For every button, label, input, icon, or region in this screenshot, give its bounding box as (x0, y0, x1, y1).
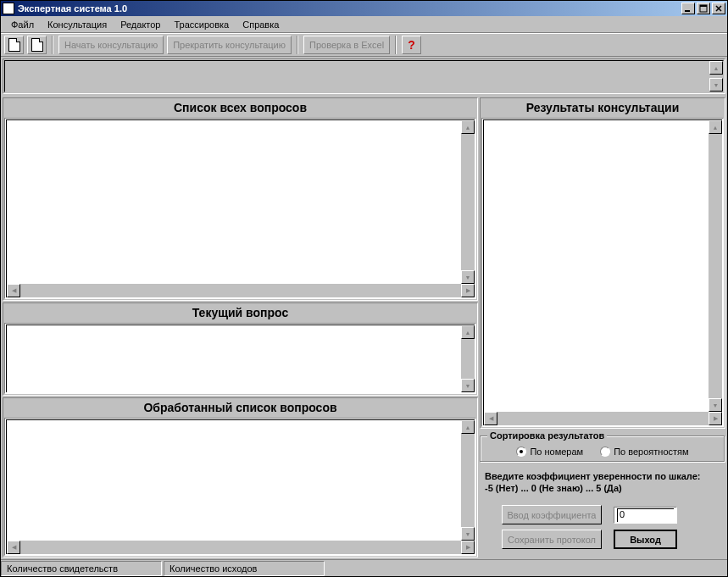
scroll-left-icon[interactable]: ◀ (484, 412, 497, 425)
radio-by-prob[interactable]: По вероятностям (600, 447, 688, 457)
panel-header-current-question: Текущий вопрос (4, 304, 476, 323)
save-protocol-button[interactable]: Сохранить протокол (502, 530, 602, 549)
scrollbar-horizontal[interactable]: ◀ ▶ (7, 541, 475, 554)
scroll-up-icon[interactable]: ▲ (709, 61, 723, 75)
coef-prompt-line2: -5 (Нет) ... 0 (Не знаю) ... 5 (Да) (485, 483, 720, 493)
toolbar-separator (297, 36, 298, 54)
scroll-right-icon[interactable]: ▶ (709, 412, 722, 425)
scroll-up-icon[interactable]: ▲ (709, 120, 722, 134)
menu-file[interactable]: Файл (6, 18, 39, 31)
minimize-button[interactable] (681, 3, 695, 14)
scroll-down-icon[interactable]: ▼ (461, 527, 475, 541)
close-button[interactable] (712, 3, 725, 14)
svg-rect-2 (700, 5, 707, 7)
menu-consult[interactable]: Консультация (42, 18, 112, 31)
statusbar: Количество свидетельств Количество исход… (1, 559, 727, 576)
scroll-down-icon[interactable]: ▼ (709, 398, 722, 412)
sort-groupbox: Сортировка результатов По номерам По вер… (480, 436, 725, 463)
radio-by-number[interactable]: По номерам (516, 447, 583, 457)
document-icon (8, 38, 20, 52)
scrollbar-horizontal[interactable]: ◀ ▶ (7, 284, 475, 297)
all-questions-list[interactable]: ▲ ▼ ◀ ▶ (4, 118, 476, 299)
sort-legend: Сортировка результатов (487, 430, 607, 441)
panel-results: Результаты консультации ▲ ▼ ◀ ▶ (480, 97, 725, 429)
panel-header-results: Результаты консультации (481, 99, 724, 118)
coef-input[interactable]: 0 (614, 507, 677, 524)
scrollbar-vertical[interactable]: ▲ ▼ (709, 61, 723, 92)
left-column: Список всех вопросов ▲ ▼ ◀ ▶ (3, 97, 478, 558)
scroll-up-icon[interactable]: ▲ (461, 420, 475, 434)
scroll-right-icon[interactable]: ▶ (461, 541, 475, 554)
current-question-box[interactable]: ▲ ▼ (4, 323, 476, 394)
menu-trace[interactable]: Трассировка (169, 18, 235, 31)
radio-by-prob-label: По вероятностям (614, 447, 688, 457)
panel-all-questions: Список всех вопросов ▲ ▼ ◀ ▶ (3, 97, 478, 301)
documents-icon (31, 38, 43, 52)
scroll-up-icon[interactable]: ▲ (461, 120, 475, 134)
maximize-button[interactable] (697, 3, 710, 14)
coef-section: Введите коэффициент уверенности по шкале… (480, 464, 725, 558)
toolbar-separator (395, 36, 397, 54)
status-evidence: Количество свидетельств (1, 561, 162, 576)
radio-by-number-label: По номерам (530, 447, 583, 457)
open-doc-button[interactable] (27, 36, 47, 54)
scrollbar-vertical[interactable]: ▲ ▼ (461, 420, 475, 541)
panel-processed-questions: Обработанный список вопросов ▲ ▼ ◀ ▶ (3, 397, 478, 558)
help-icon: ? (408, 38, 415, 52)
scrollbar-vertical[interactable]: ▲ ▼ (461, 120, 475, 284)
toolbar: Начать консультацию Прекратить консульта… (1, 33, 727, 57)
main-content: Список всех вопросов ▲ ▼ ◀ ▶ (1, 96, 727, 559)
panel-header-processed-questions: Обработанный список вопросов (4, 399, 476, 418)
menubar: Файл Консультация Редактор Трассировка С… (1, 16, 727, 33)
scroll-left-icon[interactable]: ◀ (7, 541, 20, 554)
panel-header-all-questions: Список всех вопросов (4, 99, 476, 118)
scroll-down-icon[interactable]: ▼ (461, 270, 475, 284)
results-list[interactable]: ▲ ▼ ◀ ▶ (481, 118, 724, 427)
scrollbar-horizontal[interactable]: ◀ ▶ (484, 412, 722, 425)
scroll-up-icon[interactable]: ▲ (461, 325, 475, 339)
radio-icon (516, 447, 526, 457)
toolbar-separator (52, 36, 53, 54)
menu-help[interactable]: Справка (237, 18, 284, 31)
coef-prompt-line1: Введите коэффициент уверенности по шкале… (485, 471, 720, 481)
scrollbar-vertical[interactable]: ▲ ▼ (709, 120, 722, 412)
svg-rect-0 (685, 10, 690, 12)
coef-value: 0 (617, 508, 674, 522)
processed-questions-list[interactable]: ▲ ▼ ◀ ▶ (4, 418, 476, 556)
top-text-area[interactable]: ▲ ▼ (3, 58, 725, 94)
help-button[interactable]: ? (402, 36, 421, 54)
scroll-down-icon[interactable]: ▼ (461, 379, 475, 392)
stop-consult-button[interactable]: Прекратить консультацию (167, 36, 292, 54)
window-title: Экспертная система 1.0 (18, 3, 680, 14)
scroll-left-icon[interactable]: ◀ (7, 284, 20, 297)
exit-button[interactable]: Выход (614, 530, 677, 549)
app-icon (3, 3, 14, 14)
new-doc-button[interactable] (4, 36, 24, 54)
scroll-down-icon[interactable]: ▼ (709, 78, 723, 92)
app-window: Экспертная система 1.0 Файл Консультация… (0, 0, 728, 577)
status-outcomes: Количество исходов (164, 561, 325, 576)
scrollbar-vertical[interactable]: ▲ ▼ (461, 325, 475, 392)
titlebar: Экспертная система 1.0 (1, 1, 727, 16)
radio-icon (600, 447, 610, 457)
right-column: Результаты консультации ▲ ▼ ◀ ▶ (480, 97, 725, 558)
panel-current-question: Текущий вопрос ▲ ▼ (3, 302, 478, 396)
start-consult-button[interactable]: Начать консультацию (58, 36, 164, 54)
check-excel-button[interactable]: Проверка в Excel (303, 36, 390, 54)
menu-editor[interactable]: Редактор (115, 18, 165, 31)
enter-coef-button[interactable]: Ввод коэффициента (502, 505, 602, 524)
scroll-right-icon[interactable]: ▶ (461, 284, 475, 297)
